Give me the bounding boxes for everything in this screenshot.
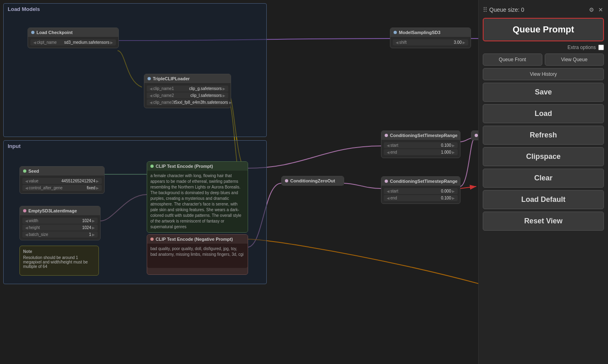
load-default-button[interactable]: Load Default — [483, 190, 604, 209]
node-note[interactable]: Note Resolution should be around 1 megap… — [19, 246, 99, 276]
view-history-button[interactable]: View History — [483, 68, 604, 80]
node-clip-positive-text[interactable]: a female character with long, flowing ha… — [147, 171, 248, 232]
view-queue-button[interactable]: View Queue — [545, 54, 604, 66]
field-batch[interactable]: ◀ batch_size 1 ▶ — [22, 231, 98, 238]
node-empty-latent[interactable]: EmptySD3LatentImage ◀ width 1024 ▶ ◀ hei… — [19, 206, 101, 240]
field-shift[interactable]: ◀ shift 3.00 ▶ — [393, 39, 468, 45]
node-conditioning-set2-header: ConditioningSetTimestepRange — [381, 177, 460, 186]
close-button[interactable]: ✕ — [597, 6, 604, 14]
node-clip-negative-text[interactable]: bad quality, poor quality, doll, disfigu… — [147, 244, 248, 268]
node-clip-negative[interactable]: CLIP Text Encode (Negative Prompt) bad q… — [147, 234, 248, 275]
node-conditioning-set1-header: ConditioningSetTimestepRange — [381, 131, 460, 140]
field-width[interactable]: ◀ width 1024 ▶ — [22, 218, 98, 224]
node-conditioning-zero[interactable]: ConditioningZeroOut — [281, 176, 344, 186]
node-model-sampling[interactable]: ModelSamplingSD3 ◀ shift 3.00 ▶ — [390, 28, 471, 48]
field-start2[interactable]: ◀ start 0.000 ▶ — [384, 188, 458, 194]
group-load-models-title: Load Models — [8, 6, 40, 12]
field-clip2[interactable]: ◀ clip_name2 clip_l.safetensors ▶ — [147, 92, 228, 98]
node-clip-negative-header: CLIP Text Encode (Negative Prompt) — [147, 235, 248, 244]
field-control-after[interactable]: ◀ control_after_gene fixed ▶ — [22, 185, 102, 191]
queue-size-label: ⠿ Queue size: 0 — [483, 6, 524, 14]
field-seed-value[interactable]: ◀ value 445512652412924 ▶ — [22, 178, 102, 184]
node-load-checkpoint[interactable]: Load Checkpoint ◀ ckpt_name sd3_medium.s… — [28, 28, 119, 48]
queue-prompt-button[interactable]: Queue Prompt — [483, 18, 604, 41]
extra-options-checkbox[interactable] — [598, 45, 604, 50]
node-load-checkpoint-header: Load Checkpoint — [28, 28, 118, 37]
node-conditioning-set2[interactable]: ConditioningSetTimestepRange ◀ start 0.0… — [381, 176, 460, 204]
field-start1[interactable]: ◀ start 0.100 ▶ — [384, 142, 458, 148]
node-clip-positive[interactable]: CLIP Text Encode (Prompt) a female chara… — [147, 161, 248, 233]
node-conditioning-combine-header: Conditioning (Combine) — [471, 131, 478, 140]
node-empty-latent-header: EmptySD3LatentImage — [20, 206, 100, 215]
refresh-button[interactable]: Refresh — [483, 126, 604, 145]
reset-view-button[interactable]: Reset View — [483, 212, 604, 231]
field-end1[interactable]: ◀ end 1.000 ▶ — [384, 149, 458, 155]
field-clip3[interactable]: ◀ clip_name3 t5xxl_fp8_e4m3fn.safetensor… — [147, 99, 228, 105]
group-load-models: Load Models — [3, 3, 267, 137]
save-button[interactable]: Save — [483, 83, 604, 102]
field-ckpt-name[interactable]: ◀ ckpt_name sd3_medium.safetensors ▶ — [30, 39, 116, 45]
node-triple-clip[interactable]: TripleCLIPLoader ◀ clip_name1 clip_g.saf… — [144, 74, 231, 108]
node-dot — [31, 31, 34, 34]
right-panel: ⠿ Queue size: 0 ⚙ ✕ Queue Prompt Extra o… — [478, 0, 608, 364]
node-triple-clip-header: TripleCLIPLoader — [144, 74, 231, 83]
extra-options-row: Extra options — [483, 44, 604, 51]
group-input-title: Input — [8, 143, 21, 149]
node-seed-header: Seed — [20, 167, 104, 176]
load-button[interactable]: Load — [483, 104, 604, 123]
extra-options-label: Extra options — [567, 45, 596, 50]
node-clip-positive-header: CLIP Text Encode (Prompt) — [147, 162, 248, 171]
queue-front-button[interactable]: Queue Front — [483, 54, 542, 66]
node-conditioning-zero-header: ConditioningZeroOut — [282, 176, 344, 185]
settings-button[interactable]: ⚙ — [588, 6, 595, 14]
node-seed[interactable]: Seed ◀ value 445512652412924 ▶ ◀ control… — [19, 166, 105, 194]
field-height[interactable]: ◀ height 1024 ▶ — [22, 225, 98, 231]
clipspace-button[interactable]: Clipspace — [483, 147, 604, 166]
grid-icon: ⠿ — [483, 6, 487, 14]
queue-header: ⠿ Queue size: 0 ⚙ ✕ — [483, 4, 604, 15]
canvas-area[interactable]: Load Models Input Load Checkpoint ◀ ckpt… — [0, 0, 478, 364]
field-end2[interactable]: ◀ end 0.100 ▶ — [384, 195, 458, 201]
field-clip1[interactable]: ◀ clip_name1 clip_g.safetensors ▶ — [147, 86, 228, 92]
clear-button[interactable]: Clear — [483, 169, 604, 188]
node-model-sampling-header: ModelSamplingSD3 — [390, 28, 471, 37]
queue-controls: ⚙ ✕ — [588, 6, 604, 14]
sub-buttons-row: Queue Front View Queue — [483, 54, 604, 66]
svg-line-0 — [460, 186, 476, 188]
node-conditioning-combine[interactable]: Conditioning (Combine) — [471, 131, 478, 140]
node-conditioning-set1[interactable]: ConditioningSetTimestepRange ◀ start 0.1… — [381, 131, 460, 158]
note-text: Resolution should be around 1 megapixel … — [23, 255, 95, 269]
